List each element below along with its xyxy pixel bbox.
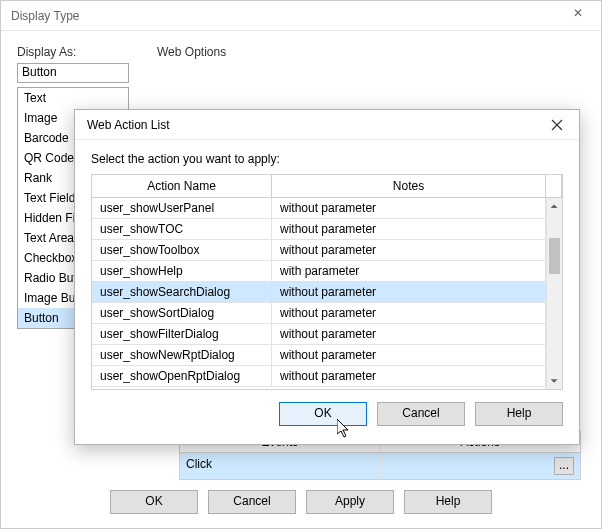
web-options-label: Web Options — [157, 45, 226, 59]
titlebar: Display Type ✕ — [1, 1, 601, 31]
table-row[interactable]: user_showNewRptDialogwithout parameter — [92, 345, 546, 366]
modal-help-button[interactable]: Help — [475, 402, 563, 426]
table-row[interactable]: user_showSortDialogwithout parameter — [92, 303, 546, 324]
ok-button[interactable]: OK — [110, 490, 198, 514]
action-cell: ... — [381, 453, 581, 479]
vertical-scrollbar[interactable]: ⏶ ⏷ — [546, 198, 562, 389]
action-name-cell: user_showHelp — [92, 261, 272, 281]
grid-header-action[interactable]: Action Name — [92, 175, 272, 197]
action-name-cell: user_showSearchDialog — [92, 282, 272, 302]
action-ellipsis-button[interactable]: ... — [554, 457, 574, 475]
notes-cell: without parameter — [272, 303, 546, 323]
notes-cell: with parameter — [272, 261, 546, 281]
modal-ok-button[interactable]: OK — [279, 402, 367, 426]
help-button[interactable]: Help — [404, 490, 492, 514]
table-row[interactable]: user_showOpenRptDialogwithout parameter — [92, 366, 546, 387]
notes-cell: without parameter — [272, 345, 546, 365]
notes-cell: without parameter — [272, 282, 546, 302]
notes-cell: without parameter — [272, 240, 546, 260]
table-row[interactable]: user_showFilterDialogwithout parameter — [92, 324, 546, 345]
table-row[interactable]: user_showTOCwithout parameter — [92, 219, 546, 240]
scroll-thumb[interactable] — [549, 238, 560, 274]
table-row[interactable]: user_showSearchDialogwithout parameter — [92, 282, 546, 303]
action-name-cell: user_showToolbox — [92, 240, 272, 260]
table-row[interactable]: user_showUserPanelwithout parameter — [92, 198, 546, 219]
web-action-list-dialog: Web Action List Select the action you wa… — [74, 109, 580, 445]
modal-titlebar: Web Action List — [75, 110, 579, 140]
grid-header-notes[interactable]: Notes — [272, 175, 546, 197]
table-row[interactable]: user_showToolboxwithout parameter — [92, 240, 546, 261]
display-as-label: Display As: — [17, 45, 157, 59]
modal-title: Web Action List — [87, 118, 170, 132]
event-cell: Click — [180, 453, 381, 479]
action-name-cell: user_showSortDialog — [92, 303, 272, 323]
display-type-window: Display Type ✕ Display As: Web Options B… — [0, 0, 602, 529]
notes-cell: without parameter — [272, 198, 546, 218]
events-row[interactable]: Click ... — [179, 453, 581, 480]
action-name-cell: user_showTOC — [92, 219, 272, 239]
action-grid: Action Name Notes user_showUserPanelwith… — [91, 174, 563, 390]
action-name-cell: user_showOpenRptDialog — [92, 366, 272, 386]
display-as-value: Button — [22, 65, 57, 79]
scroll-up-arrow[interactable]: ⏶ — [547, 198, 562, 214]
action-name-cell: user_showNewRptDialog — [92, 345, 272, 365]
cancel-button[interactable]: Cancel — [208, 490, 296, 514]
display-as-combo[interactable]: Button — [17, 63, 129, 83]
notes-cell: without parameter — [272, 324, 546, 344]
modal-cancel-button[interactable]: Cancel — [377, 402, 465, 426]
window-title: Display Type — [11, 9, 79, 23]
list-item[interactable]: Text — [18, 88, 128, 108]
table-row[interactable]: user_showHelpwith parameter — [92, 261, 546, 282]
modal-button-bar: OK Cancel Help — [91, 390, 563, 438]
apply-button[interactable]: Apply — [306, 490, 394, 514]
action-name-cell: user_showUserPanel — [92, 198, 272, 218]
grid-header-scroll-spacer — [546, 175, 562, 197]
scroll-down-arrow[interactable]: ⏷ — [547, 373, 562, 389]
modal-close-button[interactable] — [543, 119, 571, 131]
action-name-cell: user_showFilterDialog — [92, 324, 272, 344]
notes-cell: without parameter — [272, 366, 546, 386]
main-button-bar: OK Cancel Apply Help — [1, 490, 601, 514]
grid-rows: user_showUserPanelwithout parameteruser_… — [92, 198, 546, 389]
modal-instruction: Select the action you want to apply: — [91, 152, 563, 166]
window-close-button[interactable]: ✕ — [563, 6, 593, 26]
notes-cell: without parameter — [272, 219, 546, 239]
